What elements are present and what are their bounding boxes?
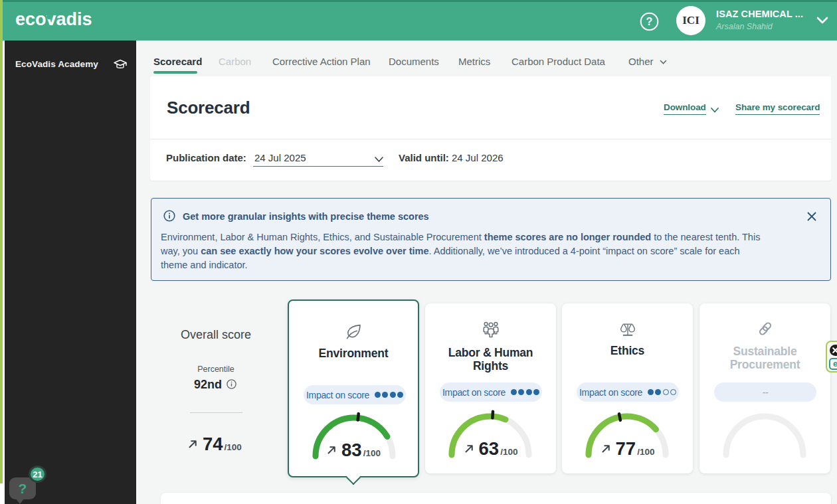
svg-text:?: ? xyxy=(646,16,653,27)
